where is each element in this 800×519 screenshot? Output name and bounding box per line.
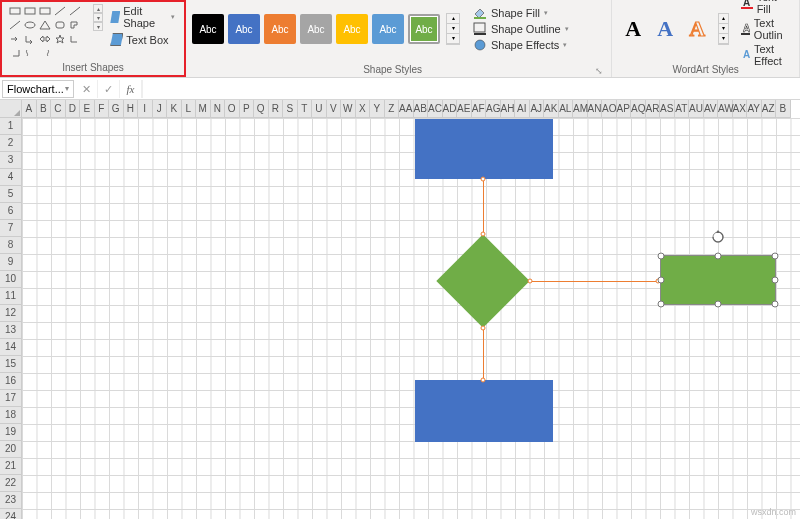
row-header[interactable]: 23 [0,492,22,509]
column-header[interactable]: AN [588,100,603,118]
column-header[interactable]: E [80,100,95,118]
column-header[interactable]: K [167,100,182,118]
row-header[interactable]: 21 [0,458,22,475]
row-header[interactable]: 5 [0,186,22,203]
column-header[interactable]: G [109,100,124,118]
resize-handle[interactable] [715,301,722,308]
formula-input[interactable] [142,80,800,98]
column-header[interactable]: S [283,100,298,118]
resize-handle[interactable] [658,301,665,308]
column-header[interactable]: AU [689,100,704,118]
shape-styles-dialog-launcher[interactable]: ⤡ [593,66,605,76]
column-header[interactable]: AT [675,100,690,118]
row-header[interactable]: 18 [0,407,22,424]
row-header[interactable]: 17 [0,390,22,407]
resize-handle[interactable] [658,253,665,260]
column-header[interactable]: AZ [762,100,777,118]
column-header[interactable]: AD [443,100,458,118]
text-fill-button[interactable]: A Text Fill [737,0,793,15]
column-header[interactable]: AV [704,100,719,118]
row-header[interactable]: 6 [0,203,22,220]
style-swatch[interactable]: Abc [336,14,368,44]
wordart-gallery-nav[interactable]: ▴▾▾ [718,13,729,45]
style-swatch[interactable]: Abc [408,14,440,44]
wordart-gallery[interactable]: AAA [618,14,712,44]
row-header[interactable]: 19 [0,424,22,441]
row-header[interactable]: 16 [0,373,22,390]
column-header[interactable]: I [138,100,153,118]
column-header[interactable]: R [269,100,284,118]
column-header[interactable]: AB [414,100,429,118]
column-header[interactable]: O [225,100,240,118]
resize-handle[interactable] [772,301,779,308]
column-header[interactable]: Y [370,100,385,118]
column-header[interactable]: AW [718,100,733,118]
select-all-corner[interactable] [0,100,22,118]
row-header[interactable]: 2 [0,135,22,152]
column-header[interactable]: U [312,100,327,118]
resize-handle[interactable] [772,253,779,260]
column-header[interactable]: F [95,100,110,118]
column-header[interactable]: AX [733,100,748,118]
resize-handle[interactable] [772,277,779,284]
style-swatch[interactable]: Abc [192,14,224,44]
column-header[interactable]: Q [254,100,269,118]
row-header[interactable]: 1 [0,118,22,135]
column-header[interactable]: D [66,100,81,118]
column-header[interactable]: C [51,100,66,118]
shape-effects-button[interactable]: Shape Effects ▾ [470,38,572,52]
row-header[interactable]: 10 [0,271,22,288]
row-header[interactable]: 12 [0,305,22,322]
edit-shape-button[interactable]: Edit Shape ▾ [107,4,178,30]
column-header[interactable]: V [327,100,342,118]
row-header[interactable]: 4 [0,169,22,186]
style-swatch[interactable]: Abc [264,14,296,44]
row-header[interactable]: 8 [0,237,22,254]
column-header[interactable]: AH [501,100,516,118]
text-outline-button[interactable]: A Text Outlin [737,17,793,41]
column-header[interactable]: M [196,100,211,118]
column-header[interactable]: AF [472,100,487,118]
worksheet-grid[interactable] [22,118,800,519]
row-header[interactable]: 15 [0,356,22,373]
style-swatch[interactable]: Abc [300,14,332,44]
row-header[interactable]: 14 [0,339,22,356]
row-header[interactable]: 11 [0,288,22,305]
column-header[interactable]: T [298,100,313,118]
column-header[interactable]: AL [559,100,574,118]
connector-top-to-diamond[interactable] [483,179,484,234]
column-header[interactable]: B [776,100,791,118]
column-headers[interactable]: ABCDEFGHIJKLMNOPQRSTUVWXYZAAABACADAEAFAG… [22,100,791,118]
shape-gallery[interactable] [8,4,91,59]
shape-outline-button[interactable]: Shape Outline ▾ [470,22,572,36]
column-header[interactable]: P [240,100,255,118]
wordart-swatch[interactable]: A [618,14,648,44]
style-swatch-gallery[interactable]: AbcAbcAbcAbcAbcAbcAbc [192,14,440,44]
name-box[interactable]: Flowchart... [2,80,74,98]
formula-cancel-button[interactable]: ✕ [76,80,98,98]
column-header[interactable]: AJ [530,100,545,118]
column-header[interactable]: H [124,100,139,118]
row-header[interactable]: 22 [0,475,22,492]
row-headers[interactable]: 1234567891011121314151617181920212223242… [0,118,22,519]
column-header[interactable]: X [356,100,371,118]
resize-handle[interactable] [658,277,665,284]
column-header[interactable]: AM [573,100,588,118]
column-header[interactable]: L [182,100,197,118]
row-header[interactable]: 24 [0,509,22,519]
style-swatch[interactable]: Abc [228,14,260,44]
wordart-swatch[interactable]: A [650,14,680,44]
column-header[interactable]: AG [486,100,501,118]
column-header[interactable]: AC [428,100,443,118]
row-header[interactable]: 20 [0,441,22,458]
column-header[interactable]: Z [385,100,400,118]
column-header[interactable]: AK [544,100,559,118]
shape-fill-button[interactable]: Shape Fill ▾ [470,6,572,20]
column-header[interactable]: AS [660,100,675,118]
flowchart-process-bottom[interactable] [415,380,553,442]
column-header[interactable]: AI [515,100,530,118]
column-header[interactable]: AE [457,100,472,118]
column-header[interactable]: A [22,100,37,118]
insert-function-button[interactable]: fx [120,80,142,98]
style-gallery-nav[interactable]: ▴▾▾ [446,13,460,45]
